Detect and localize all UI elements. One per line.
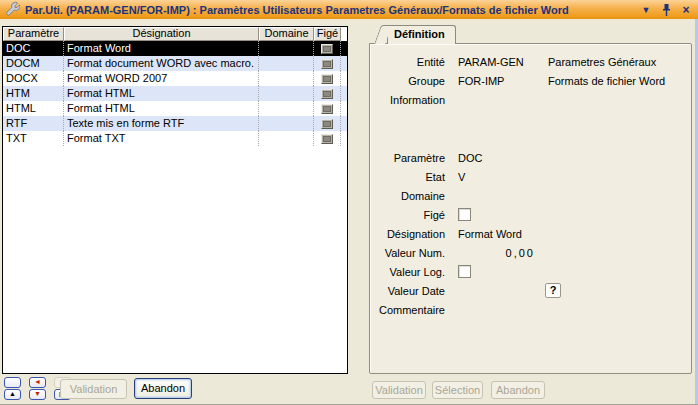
field-groupe: Groupe FOR-IMP Formats de fichier Word xyxy=(370,71,691,90)
groupe-code: FOR-IMP xyxy=(458,75,548,87)
field-commentaire: Commentaire xyxy=(370,300,691,319)
fige-form-checkbox[interactable] xyxy=(458,208,471,221)
nav-up-triangle-icon[interactable]: ▲ xyxy=(4,389,21,400)
cell-domaine xyxy=(259,101,314,116)
validation-button-left[interactable]: Validation xyxy=(60,379,127,399)
nav-blank-icon[interactable] xyxy=(4,377,21,388)
cell-designation: Texte mis en forme RTF xyxy=(64,116,259,131)
groupe-desc: Formats de fichier Word xyxy=(548,75,665,87)
fige-checkbox[interactable] xyxy=(321,119,333,129)
table-body: DOC Format Word DOCM Format document WOR… xyxy=(3,41,347,146)
cell-parametre: RTF xyxy=(3,116,64,131)
etat-label: Etat xyxy=(370,171,445,183)
table-row[interactable]: DOCM Format document WORD avec macro. xyxy=(3,56,347,71)
cell-designation: Format HTML xyxy=(64,101,259,116)
field-domaine: Domaine xyxy=(370,186,691,205)
entite-code: PARAM-GEN xyxy=(458,56,548,68)
cell-fige xyxy=(314,86,341,101)
pin-icon[interactable] xyxy=(659,3,673,17)
parameters-table: Paramètre Désignation Domaine Figé DOC F… xyxy=(2,26,348,374)
field-information: Information xyxy=(370,90,691,109)
designation-label: Désignation xyxy=(370,228,445,240)
valeur-log-label: Valeur Log. xyxy=(370,266,445,278)
field-valeur-log: Valeur Log. xyxy=(370,262,691,281)
header-domaine[interactable]: Domaine xyxy=(259,27,314,41)
selection-button-right[interactable]: Sélection xyxy=(432,381,483,399)
valeur-num-label: Valeur Num. xyxy=(370,247,445,259)
header-parametre[interactable]: Paramètre xyxy=(3,27,64,41)
date-help-button[interactable]: ? xyxy=(545,283,561,298)
cell-domaine xyxy=(259,86,314,101)
titlebar: Par.Uti. (PARAM-GEN/FOR-IMP) : Paramètre… xyxy=(0,0,698,19)
field-entite: Entité PARAM-GEN Parametres Généraux xyxy=(370,52,691,71)
cell-fige xyxy=(314,116,341,131)
nav-down-triangle-icon[interactable]: ▼ xyxy=(29,389,46,400)
parametre-value: DOC xyxy=(458,152,482,164)
header-designation[interactable]: Désignation xyxy=(64,27,259,41)
groupe-label: Groupe xyxy=(370,75,445,87)
cell-designation: Format document WORD avec macro. xyxy=(64,56,259,71)
wrench-icon xyxy=(5,1,20,18)
commentaire-label: Commentaire xyxy=(370,304,445,316)
information-label: Information xyxy=(370,94,445,106)
cell-parametre: HTM xyxy=(3,86,64,101)
fige-checkbox[interactable] xyxy=(321,134,333,144)
window-title: Par.Uti. (PARAM-GEN/FOR-IMP) : Paramètre… xyxy=(25,4,633,16)
cell-domaine xyxy=(259,131,314,146)
cell-parametre: DOCM xyxy=(3,56,64,71)
table-row[interactable]: HTM Format HTML xyxy=(3,86,347,101)
field-etat: Etat V xyxy=(370,167,691,186)
table-row[interactable]: HTML Format HTML xyxy=(3,101,347,116)
entite-desc: Parametres Généraux xyxy=(548,56,656,68)
fige-checkbox[interactable] xyxy=(321,104,333,114)
valeur-date-label: Valeur Date xyxy=(370,285,445,297)
cell-fige xyxy=(314,56,341,71)
cell-fige xyxy=(314,71,341,86)
cell-fige xyxy=(314,131,341,146)
domaine-label: Domaine xyxy=(370,190,445,202)
fige-checkbox[interactable] xyxy=(321,59,333,69)
fige-checkbox[interactable] xyxy=(321,89,333,99)
cell-designation: Format TXT xyxy=(64,131,259,146)
dropdown-arrow-icon[interactable]: ▼ xyxy=(639,3,653,17)
table-row[interactable]: RTF Texte mis en forme RTF xyxy=(3,116,347,131)
cell-parametre: DOC xyxy=(3,41,64,56)
valeur-log-checkbox[interactable] xyxy=(458,265,471,278)
valeur-num-value: 0,00 xyxy=(458,247,535,259)
parameter-window: Par.Uti. (PARAM-GEN/FOR-IMP) : Paramètre… xyxy=(0,0,698,405)
fige-checkbox[interactable] xyxy=(321,44,333,54)
abandon-button-right[interactable]: Abandon xyxy=(491,381,545,399)
tab-definition[interactable]: Définition xyxy=(387,25,456,44)
cell-parametre: HTML xyxy=(3,101,64,116)
cell-domaine xyxy=(259,71,314,86)
form-spacer xyxy=(370,109,691,148)
fige-label: Figé xyxy=(370,209,445,221)
table-row[interactable]: DOCX Format WORD 2007 xyxy=(3,71,347,86)
table-row[interactable]: DOC Format Word xyxy=(3,41,347,56)
designation-value: Format Word xyxy=(458,228,522,240)
cell-parametre: DOCX xyxy=(3,71,64,86)
table-row[interactable]: TXT Format TXT xyxy=(3,131,347,146)
cell-designation: Format WORD 2007 xyxy=(64,71,259,86)
field-valeur-num: Valeur Num. 0,00 xyxy=(370,243,691,262)
field-parametre: Paramètre DOC xyxy=(370,148,691,167)
close-icon[interactable]: × xyxy=(679,3,693,17)
cell-designation: Format HTML xyxy=(64,86,259,101)
field-valeur-date: Valeur Date ? xyxy=(370,281,691,300)
validation-button-right[interactable]: Validation xyxy=(372,381,426,399)
fige-checkbox[interactable] xyxy=(321,74,333,84)
nav-red-arrow-icon[interactable]: ◄ xyxy=(29,377,46,388)
cell-domaine xyxy=(259,41,314,56)
cell-fige xyxy=(314,101,341,116)
definition-tab-panel: Définition Entité PARAM-GEN Parametres G… xyxy=(369,25,692,374)
field-fige: Figé xyxy=(370,205,691,224)
header-fige[interactable]: Figé xyxy=(314,27,341,41)
entite-label: Entité xyxy=(370,56,445,68)
cell-fige xyxy=(314,41,341,56)
cell-domaine xyxy=(259,56,314,71)
cell-domaine xyxy=(259,116,314,131)
abandon-button-left[interactable]: Abandon xyxy=(134,378,192,399)
table-header-row: Paramètre Désignation Domaine Figé xyxy=(3,27,347,41)
parametre-label: Paramètre xyxy=(370,152,445,164)
cell-designation: Format Word xyxy=(64,41,259,56)
